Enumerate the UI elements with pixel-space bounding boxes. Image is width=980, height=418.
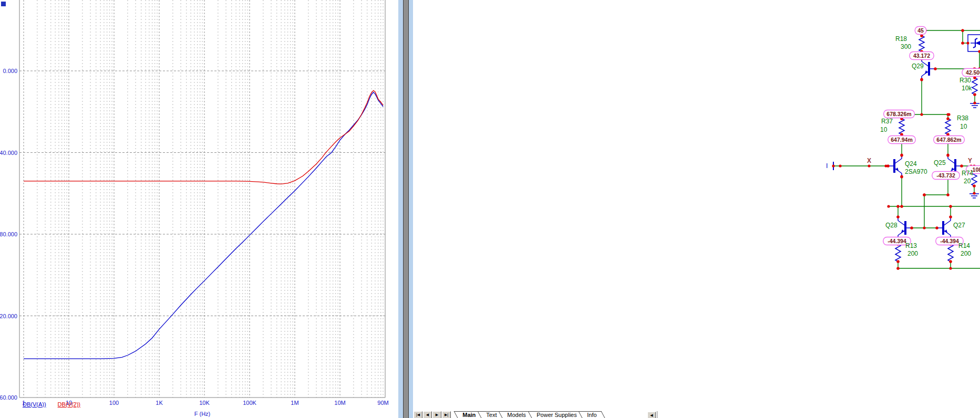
transistor xyxy=(922,58,935,80)
node-label: X xyxy=(867,157,871,164)
svg-text:43.172: 43.172 xyxy=(913,53,930,59)
tab-info[interactable]: Info xyxy=(579,411,605,418)
svg-text:42.506: 42.506 xyxy=(966,69,980,76)
component-label: 20 xyxy=(964,177,971,185)
svg-text:678.326m: 678.326m xyxy=(886,111,911,117)
x-tick-label: 90M xyxy=(377,400,388,406)
x-tick-label: 100K xyxy=(243,400,256,406)
scroll-left-button[interactable]: ◀ xyxy=(647,412,656,418)
y-tick-label: -80.000 xyxy=(0,231,17,237)
plot-grid xyxy=(19,0,385,398)
component-label: 2SA970 xyxy=(905,168,927,175)
tab-power-supplies[interactable]: Power Supplies xyxy=(528,411,585,418)
app-window: 0.000-40.000-80.000-120.000-160.00011010… xyxy=(0,0,980,418)
resistor xyxy=(919,36,924,51)
node-label: Y xyxy=(968,157,972,164)
zener-diode-box xyxy=(968,35,980,51)
voltage-bubble: 43.172 xyxy=(910,52,934,60)
voltage-bubbles: 4543.17242.50643.261678.326m647.94m647.8… xyxy=(883,27,980,276)
svg-text:-44.394: -44.394 xyxy=(888,238,906,244)
x-tick-label: 1M xyxy=(291,400,298,406)
component-label: Q27 xyxy=(953,222,965,229)
component-label: 10k xyxy=(962,85,972,92)
curve-db-v-2- xyxy=(24,90,383,184)
component-label: R18 xyxy=(895,35,907,43)
component-label: R13 xyxy=(905,242,917,249)
voltage-bubble: -43.732 xyxy=(932,172,960,180)
page-last-button[interactable]: ▶| xyxy=(442,411,451,418)
x-tick-label: 10M xyxy=(334,400,345,406)
component-label: 200 xyxy=(961,250,971,257)
resistor xyxy=(972,78,977,95)
component-label: Q28 xyxy=(885,222,898,229)
component-label: R37 xyxy=(881,118,893,125)
svg-text:-44.394: -44.394 xyxy=(940,238,959,244)
component-label: I xyxy=(826,162,828,170)
voltage-bubble: 647.862m xyxy=(934,136,965,144)
legend-db-v-a[interactable]: DB(V(A)) xyxy=(23,401,46,407)
component-label: R14 xyxy=(958,242,970,249)
voltage-bubble: 42.506 xyxy=(962,69,980,77)
plot-legend: DB(V(A))DB(V(2)) xyxy=(23,401,92,407)
transistor xyxy=(888,155,902,177)
schematic-tab-bar: |◀◀▶▶| MainTextModelsPower SuppliesInfo … xyxy=(413,411,980,418)
component-label: 200 xyxy=(907,250,918,257)
bode-plot-pane[interactable]: 0.000-40.000-80.000-120.000-160.00011010… xyxy=(0,0,398,418)
plot-corner-chip xyxy=(1,2,6,6)
transistor xyxy=(898,217,912,239)
x-tick-label: 100 xyxy=(109,400,119,406)
scrollbar-divider xyxy=(657,411,657,418)
tab-scrollbar: ◀ xyxy=(647,411,657,418)
svg-text:647.862m: 647.862m xyxy=(936,137,961,143)
resistor xyxy=(899,119,904,134)
page-next-button[interactable]: ▶ xyxy=(432,411,441,418)
svg-text:45: 45 xyxy=(917,27,924,34)
component-label: R74 xyxy=(962,170,973,177)
component-label: R38 xyxy=(957,114,968,122)
component-label: Q24 xyxy=(905,160,917,168)
voltage-bubble: 45 xyxy=(915,27,926,35)
page-first-button[interactable]: |◀ xyxy=(414,411,422,418)
y-tick-label: -160.000 xyxy=(0,394,17,401)
x-tick-label: 10K xyxy=(199,400,210,406)
y-tick-label: -120.000 xyxy=(0,313,17,319)
page-prev-button[interactable]: ◀ xyxy=(423,411,432,418)
bode-plot-canvas[interactable]: 0.000-40.000-80.000-120.000-160.00011010… xyxy=(0,0,398,418)
component-label: 300 xyxy=(901,43,911,50)
resistor xyxy=(945,119,951,134)
pane-splitter-bar[interactable] xyxy=(403,0,409,418)
svg-text:647.94m: 647.94m xyxy=(891,137,912,143)
legend-db-v-2[interactable]: DB(V(2)) xyxy=(58,401,80,407)
component-label: 10 xyxy=(960,123,967,130)
schematic-canvas[interactable]: 4543.17242.50643.261678.326m647.94m647.8… xyxy=(413,0,980,418)
component-label: 10 xyxy=(880,126,888,133)
component-label: Q29 xyxy=(912,62,924,70)
voltage-bubble: 647.94m xyxy=(888,136,915,144)
transistor xyxy=(937,217,951,239)
y-tick-label: 0.000 xyxy=(3,68,17,74)
schematic-pane[interactable]: 4543.17242.50643.261678.326m647.94m647.8… xyxy=(413,0,980,418)
resistor xyxy=(895,244,901,262)
component-label: R30 xyxy=(960,77,971,84)
pane-splitter[interactable] xyxy=(398,0,413,418)
voltage-bubble: 678.326m xyxy=(884,110,915,118)
x-tick-label: 1K xyxy=(156,400,163,406)
curve-db-v-a- xyxy=(24,92,383,359)
component-label: Q25 xyxy=(934,159,946,166)
resistor xyxy=(948,244,953,262)
y-tick-label: -40.000 xyxy=(0,150,17,156)
svg-text:-43.732: -43.732 xyxy=(936,172,955,179)
x-axis-label: F (Hz) xyxy=(158,411,247,417)
